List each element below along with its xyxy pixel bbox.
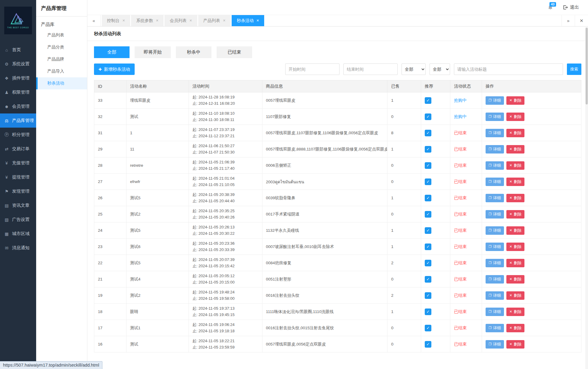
delete-button[interactable]: ✕删除 [506, 145, 524, 153]
tab-close-icon[interactable]: ✕ [256, 19, 259, 23]
recommend-checkbox[interactable]: ✓ [425, 292, 431, 299]
status-tab-1[interactable]: 即将开始 [135, 46, 171, 58]
status-tab-2[interactable]: 秒杀中 [176, 46, 211, 58]
detail-button[interactable]: ❐详细 [486, 340, 504, 349]
sidebar-item-system-settings[interactable]: ⚙系统设置 [0, 57, 36, 71]
recommend-checkbox[interactable]: ✓ [425, 260, 431, 266]
recommend-checkbox[interactable]: ✓ [425, 276, 431, 283]
cell-activity-name: efrwfr [126, 174, 189, 190]
recommend-checkbox[interactable]: ✓ [425, 130, 431, 136]
search-button[interactable]: 搜索 [567, 64, 581, 75]
detail-button[interactable]: ❐详细 [486, 226, 504, 235]
recommend-checkbox[interactable]: ✓ [425, 211, 431, 218]
recommend-checkbox[interactable]: ✓ [425, 195, 431, 201]
delete-button[interactable]: ✕删除 [506, 308, 524, 316]
recommend-checkbox[interactable]: ✓ [425, 341, 431, 348]
add-seckill-button[interactable]: ✚ 新增秒杀活动 [94, 64, 135, 75]
submenu-item-seckill-activity[interactable]: 秒杀活动 [36, 77, 87, 89]
delete-button[interactable]: ✕删除 [506, 210, 524, 219]
delete-button[interactable]: ✕删除 [506, 161, 524, 170]
sidebar-item-message-notify[interactable]: ✉消息通知 [0, 241, 36, 255]
delete-button[interactable]: ✕删除 [506, 129, 524, 137]
sidebar-item-product-library[interactable]: ⚖产品库管理 [0, 113, 36, 128]
tab-2[interactable]: 会员列表✕ [164, 15, 197, 26]
detail-button[interactable]: ❐详细 [486, 275, 504, 284]
detail-button[interactable]: ❐详细 [486, 113, 504, 121]
status-select[interactable]: 全部 [430, 64, 450, 75]
activity-title-input[interactable] [454, 64, 563, 75]
delete-button[interactable]: ✕删除 [506, 178, 524, 186]
delete-button[interactable]: ✕删除 [506, 340, 524, 349]
submenu-item-product-import[interactable]: 产品导入 [36, 65, 87, 77]
detail-button[interactable]: ❐详细 [486, 291, 504, 300]
recommend-checkbox[interactable]: ✓ [425, 113, 431, 120]
detail-button[interactable]: ❐详细 [486, 308, 504, 316]
detail-button[interactable]: ❐详细 [486, 259, 504, 267]
sidebar-item-permission-manage[interactable]: ♟权限管理 [0, 85, 36, 99]
tab-3[interactable]: 产品列表✕ [198, 15, 231, 26]
recommend-checkbox[interactable]: ✓ [425, 162, 431, 169]
delete-button[interactable]: ✕删除 [506, 243, 524, 251]
sidebar-item-ad-settings[interactable]: ▧广告设置 [0, 212, 36, 227]
recommend-checkbox[interactable]: ✓ [425, 97, 431, 104]
delete-button[interactable]: ✕删除 [506, 259, 524, 267]
sidebar-item-plugin-manage[interactable]: ❖插件管理 [0, 71, 36, 85]
delete-button[interactable]: ✕删除 [506, 226, 524, 235]
tab-1[interactable]: 系统参数✕ [131, 15, 164, 26]
delete-button[interactable]: ✕删除 [506, 291, 524, 300]
submenu-item-product-list[interactable]: 产品列表 [36, 29, 87, 41]
detail-button[interactable]: ❐详细 [486, 161, 504, 170]
sidebar-item-city-region[interactable]: ▦城市区域 [0, 227, 36, 241]
vertical-scrollbar[interactable] [585, 27, 588, 369]
detail-button[interactable]: ❐详细 [486, 324, 504, 332]
tab-close-icon[interactable]: ✕ [156, 19, 158, 23]
tabs-close-all-button[interactable]: ✕ [575, 15, 588, 26]
delete-button[interactable]: ✕删除 [506, 113, 524, 121]
detail-button[interactable]: ❐详细 [486, 243, 504, 251]
sidebar-item-news-articles[interactable]: ▤资讯文章 [0, 198, 36, 212]
status-tab-3[interactable]: 已结束 [217, 46, 252, 58]
status-tab-0[interactable]: 全部 [94, 46, 130, 58]
sidebar-item-withdraw-manage[interactable]: ¥提现管理 [0, 170, 36, 184]
scrollbar-thumb[interactable] [586, 28, 588, 104]
tab-close-icon[interactable]: ✕ [189, 19, 192, 23]
sidebar-item-points-manage[interactable]: Ⓟ积分管理 [0, 128, 36, 142]
sidebar-item-recharge-manage[interactable]: ¥充值管理 [0, 156, 36, 170]
recommend-checkbox[interactable]: ✓ [425, 243, 431, 250]
notifications-button[interactable]: 43 [548, 5, 554, 11]
category-select[interactable]: 全部 [402, 64, 426, 75]
detail-button[interactable]: ❐详细 [486, 145, 504, 153]
sidebar-item-discover-manage[interactable]: ⚑发现管理 [0, 184, 36, 198]
delete-button[interactable]: ✕删除 [506, 324, 524, 332]
tab-close-icon[interactable]: ✕ [122, 19, 125, 23]
detail-button[interactable]: ❐详细 [486, 178, 504, 186]
submenu-item-product-category[interactable]: 产品分类 [36, 41, 87, 53]
delete-button[interactable]: ✕删除 [506, 275, 524, 284]
tabs-scroll-left-button[interactable]: « [87, 15, 101, 26]
submenu-item-product-brand[interactable]: 产品品牌 [36, 53, 87, 65]
detail-button[interactable]: ❐详细 [486, 96, 504, 105]
submenu-section-label[interactable]: 产品库 [36, 17, 87, 29]
sidebar-item-trade-orders[interactable]: ⇄交易订单 [0, 142, 36, 156]
recommend-checkbox[interactable]: ✓ [425, 325, 431, 331]
tabs-scroll-right-button[interactable]: » [561, 15, 575, 26]
detail-button[interactable]: ❐详细 [486, 210, 504, 219]
logout-button[interactable]: 退出 [563, 5, 579, 10]
tab-close-icon[interactable]: ✕ [223, 19, 226, 23]
recommend-checkbox[interactable]: ✓ [425, 309, 431, 315]
delete-button[interactable]: ✕删除 [506, 194, 524, 202]
sidebar-item-home[interactable]: ⌂首页 [0, 43, 36, 57]
delete-button[interactable]: ✕删除 [506, 96, 524, 105]
sidebar-item-member-manage[interactable]: ☻会员管理 [0, 99, 36, 113]
end-time: 止: 2024-11-30 18:08:11 [192, 117, 258, 123]
detail-button[interactable]: ❐详细 [486, 129, 504, 137]
tab-0[interactable]: 控制台✕ [102, 15, 130, 26]
tab-4[interactable]: 秒杀活动✕ [232, 15, 264, 26]
cell-product-info: 0006舌侧矫正 [262, 157, 387, 174]
recommend-checkbox[interactable]: ✓ [425, 227, 431, 234]
end-time-input[interactable] [343, 64, 398, 75]
start-time-input[interactable] [285, 64, 339, 75]
recommend-checkbox[interactable]: ✓ [425, 146, 431, 153]
detail-button[interactable]: ❐详细 [486, 194, 504, 202]
recommend-checkbox[interactable]: ✓ [425, 178, 431, 185]
